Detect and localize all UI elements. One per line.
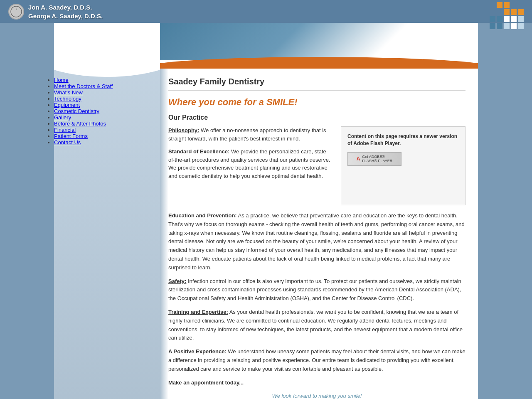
page-title: Saadey Family Dentistry [168,77,466,91]
get-adobe-button[interactable]: A Get ADOBE®FLASH® PLAYER [347,152,401,166]
content-columns: Philosophy: We offer a no-nonsense appro… [168,126,466,205]
adobe-logo-icon: A [357,156,360,162]
flash-placeholder: Content on this page requires a newer ve… [341,126,466,205]
sidebar-nav-item-2[interactable]: What's New [54,89,83,96]
sidebar-nav-item-9[interactable]: Patient Forms [54,133,88,139]
sidebar-nav-item-6[interactable]: Gallery [54,114,71,121]
logo: ⚕ Jon A. Saadey, D.D.S. George A. Saadey… [8,3,103,20]
appointment-text: Make an appointment today... [168,379,466,387]
sidebar-nav-item-3[interactable]: Technology [54,96,81,102]
sidebar: HomeMeet the Doctors & StaffWhat's NewTe… [54,23,160,399]
page-content: Saadey Family Dentistry Where you come f… [160,69,478,399]
header-decoration [490,2,524,29]
education-heading: Education and Prevention: [168,212,237,219]
experience-heading: A Positive Experience: [168,348,227,355]
safety-paragraph: Safety: Infection control in our office … [168,277,466,303]
training-heading: Training and Expertise: [168,309,228,315]
tagline: Where you come for a SMILE! [168,97,466,108]
education-text: As a practice, we believe that preventat… [168,212,465,271]
excellence-heading: Standard of Excellence: [168,148,229,155]
main-content: Saadey Family Dentistry Where you come f… [160,23,478,399]
philosophy-paragraph: Philosophy: We offer a no-nonsense appro… [168,126,332,143]
sidebar-nav-item-1[interactable]: Meet the Doctors & Staff [54,83,113,89]
experience-paragraph: A Positive Experience: We understand how… [168,347,466,373]
training-paragraph: Training and Expertise: As your dental h… [168,308,466,342]
doctor-names: Jon A. Saadey, D.D.S. George A. Saadey, … [28,3,103,20]
section-heading: Our Practice [168,114,466,121]
main-paragraphs: Education and Prevention: As a practice,… [168,212,466,399]
philosophy-heading: Philosophy: [168,127,199,133]
page-header: ⚕ Jon A. Saadey, D.D.S. George A. Saadey… [0,0,532,23]
flash-message: Content on this page requires a newer ve… [347,133,459,147]
svg-text:⚕: ⚕ [16,8,17,10]
content-left: Philosophy: We offer a no-nonsense appro… [168,126,332,205]
sidebar-nav-item-4[interactable]: Equipment [54,102,80,108]
sidebar-nav-item-5[interactable]: Cosmetic Dentistry [54,108,99,114]
sidebar-nav-item-10[interactable]: Contact Us [54,139,81,145]
sidebar-nav-item-0[interactable]: Home [54,77,69,83]
sidebar-nav: HomeMeet the Doctors & StaffWhat's NewTe… [54,77,160,145]
excellence-paragraph: Standard of Excellence: We provide the p… [168,148,332,180]
banner [160,23,478,69]
sidebar-nav-item-8[interactable]: Financial [54,127,76,133]
closing-line: We look forward to making you smile! [168,392,466,399]
safety-heading: Safety: [168,278,186,284]
sidebar-nav-item-7[interactable]: Before & After Photos [54,121,106,127]
adobe-button-label: Get ADOBE®FLASH® PLAYER [362,155,392,163]
safety-text: Infection control in our office is also … [168,278,461,302]
main-layout: HomeMeet the Doctors & StaffWhat's NewTe… [54,23,478,399]
flash-box: Content on this page requires a newer ve… [341,126,466,205]
logo-emblem: ⚕ [8,4,24,20]
education-paragraph: Education and Prevention: As a practice,… [168,212,466,272]
